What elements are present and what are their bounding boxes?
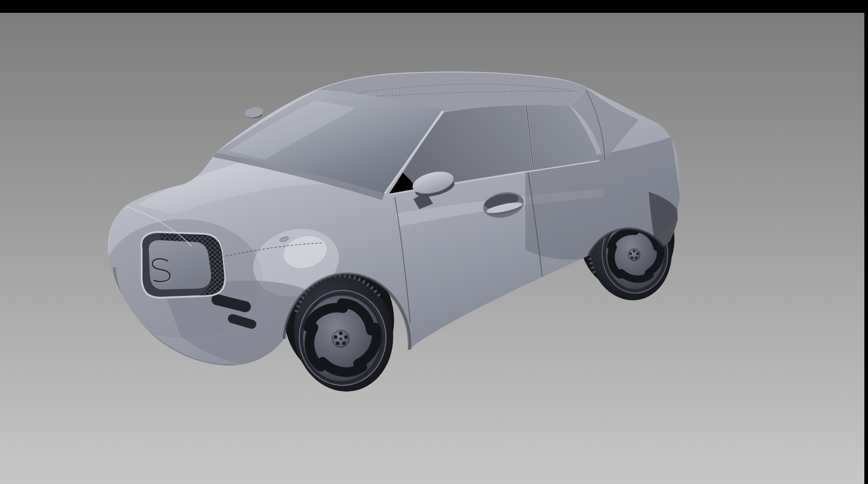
right-letterbox-bar [864, 0, 868, 484]
front-grille [141, 232, 225, 298]
top-letterbox-bar [0, 0, 868, 13]
app-window [0, 0, 868, 484]
cad-viewport[interactable] [0, 0, 868, 484]
